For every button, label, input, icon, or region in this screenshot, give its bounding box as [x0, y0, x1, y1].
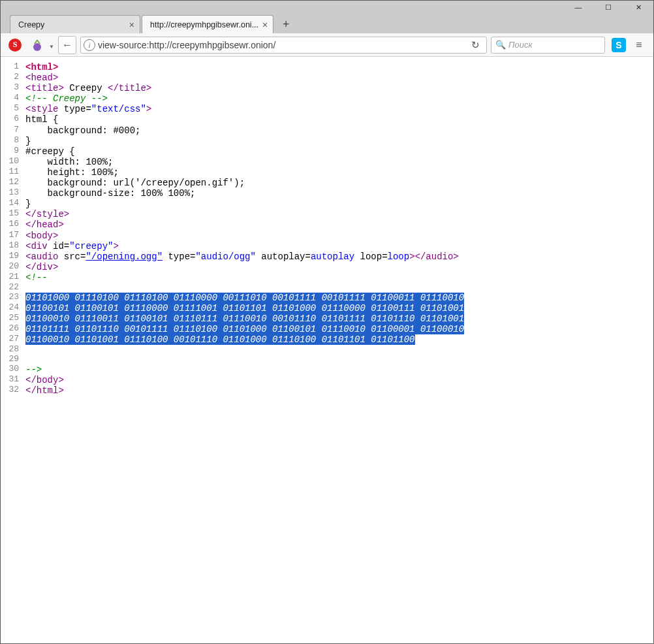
source-code[interactable]: <title> Creepy </title>: [25, 83, 653, 93]
source-line[interactable]: 2501100010 01110011 01100101 01110111 01…: [1, 314, 653, 324]
source-code[interactable]: background-size: 100% 100%;: [25, 188, 653, 199]
source-code[interactable]: width: 100%;: [25, 157, 653, 167]
source-code[interactable]: height: 100%;: [25, 167, 653, 178]
site-info-icon[interactable]: i: [84, 39, 95, 51]
line-number: 22: [1, 283, 25, 293]
source-line[interactable]: 6html {: [1, 114, 653, 125]
line-number: 11: [1, 167, 25, 178]
source-line[interactable]: 2301101000 01110100 01110100 01110000 00…: [1, 293, 653, 303]
source-line[interactable]: 14}: [1, 199, 653, 209]
close-tab-icon[interactable]: ×: [262, 20, 268, 30]
line-number: 30: [1, 364, 25, 375]
urlbar[interactable]: i view-source:http://creepymhpgibsewr.on…: [80, 37, 487, 54]
source-line[interactable]: 3<title> Creepy </title>: [1, 83, 653, 93]
line-number: 32: [1, 385, 25, 396]
source-code[interactable]: }: [25, 199, 653, 209]
source-line[interactable]: 28: [1, 345, 653, 355]
source-line[interactable]: 29: [1, 355, 653, 364]
line-number: 10: [1, 157, 25, 167]
line-number: 23: [1, 293, 25, 303]
source-code[interactable]: <!--: [25, 272, 653, 283]
source-line[interactable]: 4<!-- Creepy -->: [1, 93, 653, 104]
source-code[interactable]: [25, 355, 653, 364]
source-line[interactable]: 7 background: #000;: [1, 125, 653, 136]
source-line[interactable]: 13 background-size: 100% 100%;: [1, 188, 653, 199]
skype-icon[interactable]: S: [612, 38, 626, 52]
source-code[interactable]: </div>: [25, 262, 653, 272]
searchbar[interactable]: 🔍 Поиск: [491, 37, 605, 54]
source-code[interactable]: <body>: [25, 231, 653, 241]
source-line[interactable]: 2<head>: [1, 72, 653, 83]
source-line[interactable]: 11 height: 100%;: [1, 167, 653, 178]
source-line[interactable]: 15</style>: [1, 209, 653, 219]
line-number: 31: [1, 375, 25, 385]
source-code[interactable]: }: [25, 136, 653, 146]
source-code[interactable]: <!-- Creepy -->: [25, 93, 653, 104]
line-number: 24: [1, 303, 25, 314]
source-line[interactable]: 2401100101 01100101 01110000 01111001 01…: [1, 303, 653, 314]
navbar: S ▼ ← i view-source:http://creepymhpgibs…: [1, 33, 653, 57]
source-line[interactable]: 2601101111 01101110 00101111 01110100 01…: [1, 324, 653, 334]
source-line[interactable]: 10 width: 100%;: [1, 157, 653, 167]
close-tab-icon[interactable]: ×: [129, 20, 134, 30]
source-line[interactable]: 30-->: [1, 364, 653, 375]
line-number: 15: [1, 209, 25, 219]
source-line[interactable]: 17<body>: [1, 231, 653, 241]
source-code[interactable]: </head>: [25, 219, 653, 230]
source-code[interactable]: background: #000;: [25, 125, 653, 136]
tor-dropdown-caret-icon[interactable]: ▼: [49, 44, 54, 50]
line-number: 7: [1, 125, 25, 136]
source-code[interactable]: [25, 345, 653, 355]
source-line[interactable]: 1<html>: [1, 62, 653, 72]
source-line[interactable]: 18<div id="creepy">: [1, 241, 653, 251]
source-line[interactable]: 19<audio src="/opening.ogg" type="audio/…: [1, 251, 653, 262]
source-code[interactable]: </html>: [25, 385, 653, 396]
source-code[interactable]: <div id="creepy">: [25, 241, 653, 251]
source-line[interactable]: 21<!--: [1, 272, 653, 283]
url-text[interactable]: view-source:http://creepymhpgibsewr.onio…: [98, 40, 465, 50]
line-number: 19: [1, 251, 25, 262]
line-number: 4: [1, 93, 25, 104]
source-code[interactable]: <audio src="/opening.ogg" type="audio/og…: [25, 251, 653, 262]
tab-label: http://creepymhpgibsewr.oni...: [150, 20, 258, 29]
source-line[interactable]: 16</head>: [1, 219, 653, 230]
source-code[interactable]: <head>: [25, 72, 653, 83]
source-code[interactable]: -->: [25, 364, 653, 375]
source-code[interactable]: 01100010 01110011 01100101 01110111 0111…: [25, 314, 653, 324]
source-line[interactable]: 12 background: url('/creepy/open.gif');: [1, 178, 653, 188]
menu-button[interactable]: ≡: [630, 36, 648, 54]
reload-button[interactable]: ↻: [467, 39, 484, 51]
source-code[interactable]: background: url('/creepy/open.gif');: [25, 178, 653, 188]
source-code[interactable]: </style>: [25, 209, 653, 219]
source-code[interactable]: 01101000 01110100 01110100 01110000 0011…: [25, 293, 653, 303]
source-line[interactable]: 32</html>: [1, 385, 653, 396]
titlebar: — ☐ ✕: [1, 1, 653, 14]
source-line[interactable]: 22: [1, 283, 653, 293]
source-line[interactable]: 5<style type="text/css">: [1, 104, 653, 114]
source-code[interactable]: <html>: [25, 62, 653, 72]
source-code[interactable]: 01100101 01100101 01110000 01111001 0110…: [25, 303, 653, 314]
source-view[interactable]: 1<html>2<head>3<title> Creepy </title>4<…: [1, 57, 653, 643]
source-line[interactable]: 2701100010 01101001 01110100 00101110 01…: [1, 334, 653, 345]
tab-viewsource[interactable]: http://creepymhpgibsewr.oni... ×: [142, 15, 273, 33]
source-code[interactable]: #creepy {: [25, 146, 653, 157]
maximize-button[interactable]: ☐: [593, 1, 623, 14]
source-line[interactable]: 8}: [1, 136, 653, 146]
source-code[interactable]: html {: [25, 114, 653, 125]
source-code[interactable]: [25, 283, 653, 293]
source-code[interactable]: 01100010 01101001 01110100 00101110 0110…: [25, 334, 653, 345]
newtab-button[interactable]: +: [277, 17, 294, 31]
tab-creepy[interactable]: Creepy ×: [10, 15, 140, 33]
minimize-button[interactable]: —: [563, 1, 593, 14]
back-button[interactable]: ←: [58, 36, 76, 54]
source-code[interactable]: <style type="text/css">: [25, 104, 653, 114]
source-code[interactable]: 01101111 01101110 00101111 01110100 0110…: [25, 324, 653, 334]
close-window-button[interactable]: ✕: [623, 1, 653, 14]
source-line[interactable]: 31</body>: [1, 375, 653, 385]
noscript-icon[interactable]: S: [6, 36, 24, 54]
line-number: 27: [1, 334, 25, 345]
source-code[interactable]: </body>: [25, 375, 653, 385]
tor-onion-icon[interactable]: [28, 36, 46, 54]
source-line[interactable]: 9#creepy {: [1, 146, 653, 157]
source-line[interactable]: 20</div>: [1, 262, 653, 272]
